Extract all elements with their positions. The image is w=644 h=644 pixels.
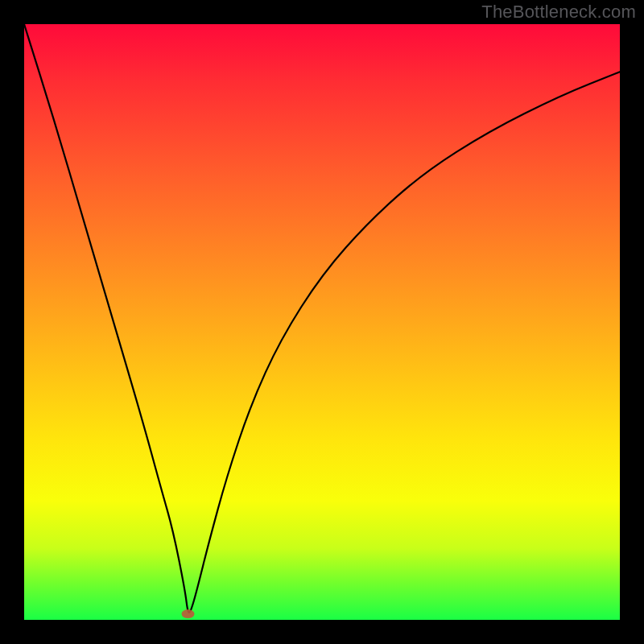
plot-area [24,24,620,620]
watermark-text: TheBottleneck.com [481,2,636,23]
chart-frame: TheBottleneck.com [0,0,644,644]
minimum-marker [182,609,195,618]
curve-svg [24,24,620,620]
bottleneck-curve [24,24,620,613]
